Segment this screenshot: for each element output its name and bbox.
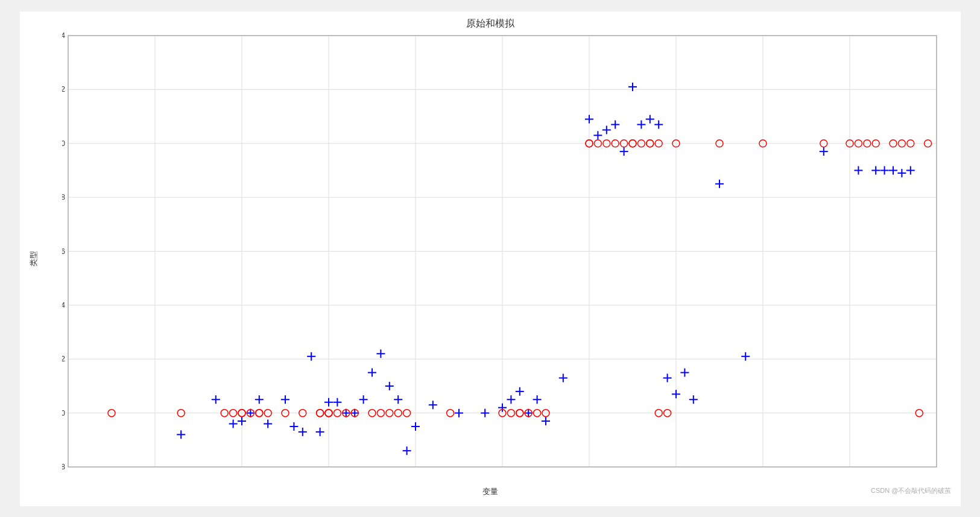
svg-text:2.4: 2.4: [62, 33, 65, 40]
chart-wrapper: 原始和模拟 类型 变量 CSDN @不会敲代码的破茧 原始数据 + 模拟数据 0…: [20, 11, 961, 506]
svg-text:2.0: 2.0: [62, 139, 65, 147]
chart-title: 原始和模拟: [20, 11, 961, 33]
watermark: CSDN @不会敲代码的破茧: [871, 486, 951, 495]
svg-text:1.0: 1.0: [62, 408, 65, 417]
svg-text:1.4: 1.4: [62, 300, 65, 309]
svg-text:0.8: 0.8: [62, 463, 65, 470]
chart-svg: 01020304050607080901000.81.01.21.41.61.8…: [62, 33, 943, 470]
svg-text:1.8: 1.8: [62, 193, 65, 201]
svg-text:2.2: 2.2: [62, 85, 65, 94]
svg-text:1.2: 1.2: [62, 355, 65, 363]
x-axis-label: 变量: [482, 486, 498, 497]
chart-container: 原始和模拟 类型 变量 CSDN @不会敲代码的破茧 原始数据 + 模拟数据 0…: [0, 0, 980, 517]
y-axis-label: 类型: [28, 251, 39, 267]
svg-text:1.6: 1.6: [62, 247, 65, 255]
